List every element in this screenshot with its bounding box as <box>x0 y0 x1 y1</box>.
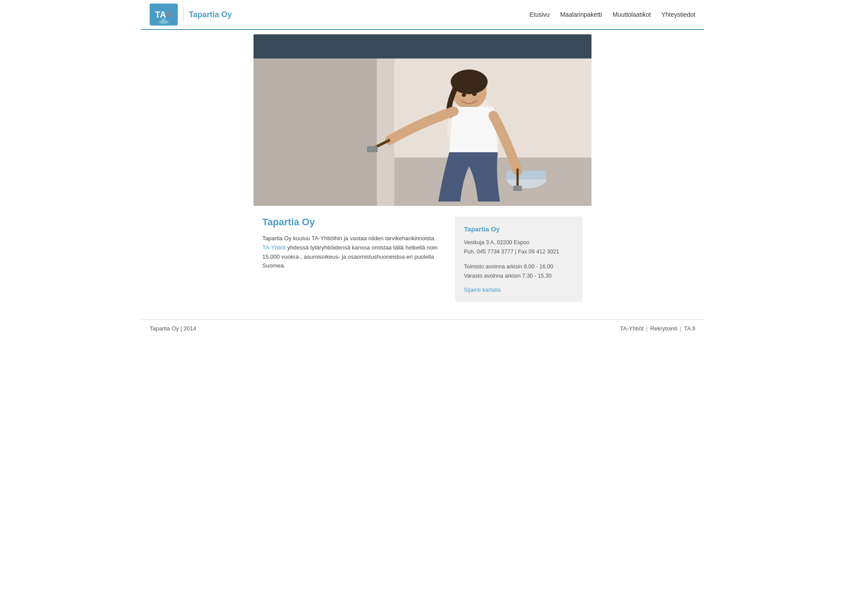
main-content: Tapartia Oy Tapartia Oy kuuluu TA-Yhtiöi… <box>254 216 592 302</box>
description-text-1: Tapartia Oy kuuluu TA-Yhtiöihin ja vasta… <box>262 235 436 242</box>
nav-etusivu[interactable]: Etusivu <box>529 11 550 18</box>
hero-image <box>254 34 592 206</box>
footer: Tapartia Oy | 2014 TA-Yhtiöt | Rekrytoin… <box>141 319 704 337</box>
svg-rect-18 <box>513 186 522 191</box>
footer-link-rekrytointi[interactable]: Rekrytointi <box>650 325 677 332</box>
content-right: Tapartia Oy Vesikuja 3 A, 02200 Espoo Pu… <box>455 216 583 302</box>
footer-copyright: Tapartia Oy | 2014 <box>150 325 196 332</box>
nav-yhteystiedot[interactable]: Yhteystiedot <box>661 11 695 18</box>
infobox-hours1: Toimisto avoinna arkisin 8.00 - 16.00 <box>464 264 553 270</box>
infobox-hours2: Varasto avoinna arkisin 7.30 - 15.30 <box>464 273 551 279</box>
footer-link-tafi[interactable]: TA.fi <box>684 325 695 332</box>
content-left: Tapartia Oy Tapartia Oy kuuluu TA-Yhtiöi… <box>262 216 445 302</box>
svg-rect-1 <box>161 20 167 24</box>
footer-link-ta-yhtiot[interactable]: TA-Yhtiöt <box>620 325 643 332</box>
infobox-divider <box>464 257 574 262</box>
hero-illustration <box>254 34 592 206</box>
description-text-2: yhdessä tytäryhtiöidensä kanssa omistaa … <box>262 244 437 269</box>
ta-yhtiot-link[interactable]: TA-Yhtiöt <box>262 244 286 251</box>
page-title: Tapartia Oy <box>262 216 445 228</box>
logo-divider <box>183 7 184 22</box>
infobox-divider2 <box>464 281 574 286</box>
svg-rect-3 <box>254 34 592 61</box>
logo-text: Tapartia Oy <box>189 10 232 19</box>
nav-maalarinpaketti[interactable]: Maalarinpaketti <box>560 11 602 18</box>
svg-rect-4 <box>254 59 386 206</box>
map-link[interactable]: Sijainti kartalla <box>464 286 501 293</box>
logo-area: TA.fi Tapartia Oy <box>150 4 232 26</box>
hero-section <box>141 34 704 206</box>
svg-rect-5 <box>377 59 394 206</box>
footer-sep1: | <box>646 325 647 332</box>
footer-sep2: | <box>680 325 681 332</box>
svg-point-15 <box>462 93 466 97</box>
svg-rect-9 <box>507 171 546 180</box>
main-description: Tapartia Oy kuuluu TA-Yhtiöihin ja vasta… <box>262 234 445 271</box>
info-box: Tapartia Oy Vesikuja 3 A, 02200 Espoo Pu… <box>455 216 583 302</box>
infobox-title: Tapartia Oy <box>464 225 574 233</box>
infobox-phone: Puh. 045 7734 3777 | Fax 09 412 3021 <box>464 249 559 255</box>
page-wrapper: Tapartia Oy Tapartia Oy kuuluu TA-Yhtiöi… <box>141 34 704 337</box>
main-nav: Etusivu Maalarinpaketti Muuttolaatikot Y… <box>529 11 695 18</box>
svg-rect-14 <box>367 146 378 152</box>
hero-image-container <box>254 34 592 206</box>
header: TA.fi Tapartia Oy Etusivu Maalarinpakett… <box>0 0 845 30</box>
nav-muuttolaatikot[interactable]: Muuttolaatikot <box>613 11 651 18</box>
site-logo[interactable]: TA.fi <box>150 4 178 26</box>
infobox-address: Vesikuja 3 A, 02200 Espoo <box>464 239 529 246</box>
svg-point-16 <box>472 92 477 96</box>
footer-links: TA-Yhtiöt | Rekrytointi | TA.fi <box>620 325 695 332</box>
